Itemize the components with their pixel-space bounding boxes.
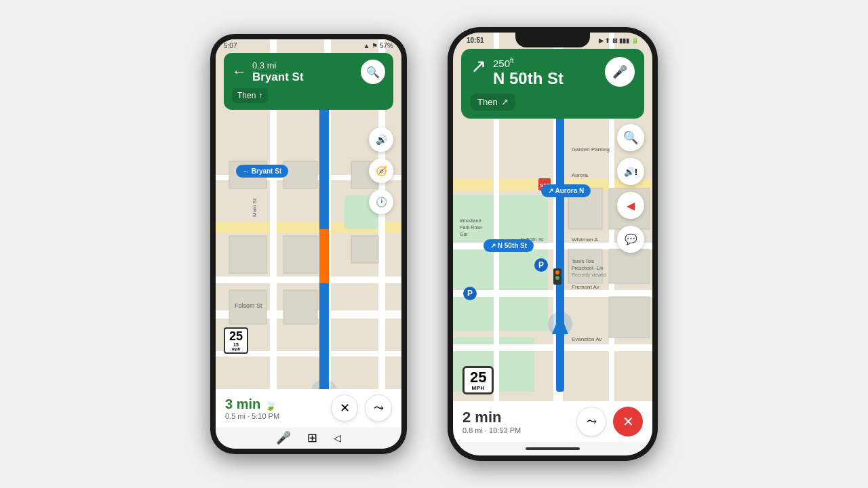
svg-rect-35 [453, 344, 652, 351]
iphone-mic-button[interactable]: 🎤 [605, 57, 635, 87]
svg-rect-17 [351, 236, 378, 263]
svg-text:Evanston Av: Evanston Av [572, 336, 601, 342]
iphone-close-button[interactable]: ✕ [613, 407, 643, 436]
iphone-map: STOP Aurora N 50th St Whitman A Fremont … [453, 33, 652, 401]
android-close-button[interactable]: ✕ [331, 394, 358, 422]
svg-text:Garden Parking: Garden Parking [572, 146, 610, 152]
svg-text:Fremont Av: Fremont Av [572, 284, 599, 290]
iphone-alt-route-button[interactable]: ⤳ [576, 407, 606, 436]
svg-point-50 [555, 270, 559, 274]
iphone-time: 10:51 [467, 37, 484, 44]
iphone-nav-info: 2 min 0.8 mi · 10:53 PM [462, 409, 521, 434]
android-alt-route-button[interactable]: ⤳ [365, 394, 392, 422]
iphone-volume-button[interactable]: 🔊! [617, 158, 644, 185]
android-turn-bubble: ← Bryant St [236, 165, 288, 178]
iphone-nav-distance: 250ft N 50th St [493, 57, 598, 88]
svg-text:Gar: Gar [460, 232, 468, 237]
android-back-icon[interactable]: ◁ [334, 432, 341, 443]
svg-rect-43 [609, 297, 650, 338]
svg-text:Main St: Main St [252, 198, 258, 217]
iphone-compass-button[interactable]: ◀ [617, 192, 644, 219]
iphone-home-indicator [453, 442, 652, 455]
android-nav-bar: 🎤 ⊞ ◁ [216, 427, 401, 449]
svg-rect-19 [319, 229, 329, 283]
svg-rect-12 [283, 236, 317, 273]
iphone-then-arrow: ↗ [501, 97, 509, 107]
iphone-home-bar [526, 447, 580, 450]
iphone-status-icons: ▶ ⬆ ⊠ ▮▮▮ 🔋 [599, 37, 639, 44]
svg-text:Preschool - Lin: Preschool - Lin [572, 266, 604, 270]
iphone-turn-arrow: ↗ [471, 57, 486, 76]
iphone-chat-button[interactable]: 💬 [617, 226, 644, 253]
svg-text:Recently viewed: Recently viewed [572, 272, 606, 278]
svg-rect-34 [453, 290, 652, 297]
android-then-arrow: ↑ [258, 91, 262, 100]
android-nav-header: ← 0.3 mi Bryant St 🔍 Then ↑ [224, 53, 393, 110]
android-volume-button[interactable]: 🔊 [369, 127, 393, 152]
svg-rect-13 [283, 161, 317, 188]
svg-text:Folsom St: Folsom St [235, 302, 262, 309]
android-time: 5:07 [224, 42, 237, 49]
android-nav-bottom: 3 min 🍃 0.5 mi · 5:10 PM ✕ ⤳ [216, 389, 401, 427]
iphone-screen: 10:51 ▶ ⬆ ⊠ ▮▮▮ 🔋 [453, 33, 652, 455]
iphone-parking-marker: P [534, 258, 548, 272]
android-home-icon[interactable]: ⊞ [307, 430, 317, 445]
android-turn-arrow: ← [232, 63, 247, 81]
android-nav-info: 3 min 🍃 0.5 mi · 5:10 PM [225, 396, 279, 420]
svg-rect-10 [229, 236, 267, 273]
android-search-button[interactable]: 🔍 [361, 60, 385, 84]
android-compass-button[interactable]: 🧭 [369, 159, 393, 183]
android-status-bar: 5:07 ▲ ⚑ 57% [216, 39, 401, 52]
svg-rect-42 [609, 249, 650, 283]
svg-text:Whitman A: Whitman A [572, 237, 598, 243]
iphone: 10:51 ▶ ⬆ ⊠ ▮▮▮ 🔋 [448, 27, 658, 461]
svg-rect-7 [216, 277, 401, 283]
android-phone: 5:07 ▲ ⚑ 57% [210, 34, 407, 454]
iphone-turn-bubble-2: ↗ N 50th St [484, 239, 534, 252]
svg-rect-15 [283, 290, 317, 324]
iphone-parking-marker2: P [463, 287, 477, 300]
svg-point-51 [555, 276, 559, 280]
android-icons: ▲ ⚑ 57% [363, 42, 393, 49]
android-speed-limit: 25 15 mph [224, 327, 248, 354]
svg-text:Park Rose: Park Rose [460, 225, 482, 230]
iphone-nav-time: 2 min [462, 409, 521, 426]
iphone-nav-actions: ⤳ ✕ [576, 407, 643, 436]
iphone-turn-bubble-1: ↗ Aurora N [541, 184, 591, 197]
svg-text:Tara's Tots: Tara's Tots [572, 259, 595, 264]
svg-rect-30 [453, 195, 548, 331]
iphone-nav-header: ↗ 250ft N 50th St 🎤 Then ↗ [461, 49, 644, 119]
android-nav-actions: ✕ ⤳ [331, 394, 392, 422]
iphone-nav-bottom: 2 min 0.8 mi · 10:53 PM ⤳ ✕ [453, 401, 652, 442]
android-then-row: Then ↑ [232, 88, 268, 103]
iphone-speed-limit: 25 MPH [462, 366, 494, 394]
android-nav-distance: 0.3 mi Bryant St [252, 60, 355, 84]
android-map: Folsom St Howard St Main St Fremont St B… [216, 39, 401, 389]
svg-text:Aurora: Aurora [572, 172, 589, 178]
android-screen: 5:07 ▲ ⚑ 57% [216, 39, 401, 449]
android-mic-icon[interactable]: 🎤 [276, 430, 291, 445]
android-nav-time: 3 min 🍃 [225, 396, 279, 412]
iphone-search-button[interactable]: 🔍 [617, 124, 644, 151]
svg-rect-46 [556, 87, 564, 392]
android-eta-button[interactable]: 🕐 [369, 190, 393, 214]
iphone-notch [515, 33, 590, 47]
svg-text:Woodland: Woodland [460, 218, 481, 223]
iphone-then-row: Then ↗ [471, 94, 515, 110]
